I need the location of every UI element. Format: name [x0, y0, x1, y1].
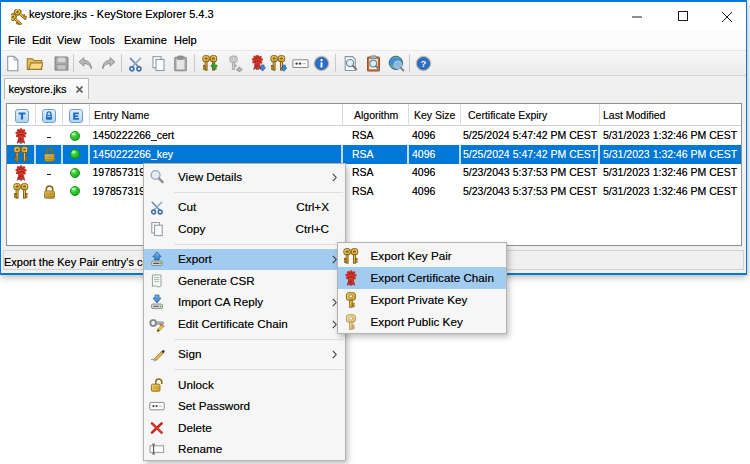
svg-text:?: ?: [421, 58, 427, 69]
